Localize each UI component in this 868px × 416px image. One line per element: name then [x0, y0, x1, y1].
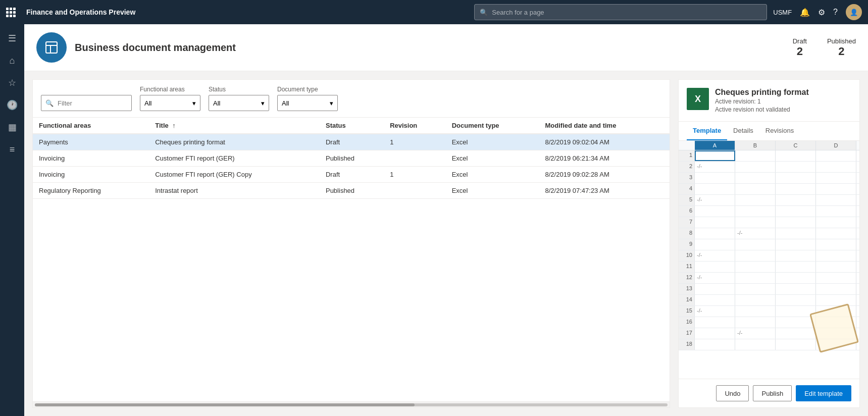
excel-cell[interactable]	[695, 206, 735, 217]
horizontal-scrollbar[interactable]	[33, 401, 670, 407]
excel-cell[interactable]	[776, 262, 816, 272]
excel-cell[interactable]	[735, 195, 776, 205]
col-modified[interactable]: Modified date and time	[539, 118, 670, 134]
excel-cell[interactable]	[776, 150, 816, 161]
excel-cell[interactable]	[776, 173, 816, 183]
excel-cell[interactable]	[695, 217, 735, 228]
excel-cell[interactable]	[776, 184, 816, 194]
table-row[interactable]: Invoicing Customer FTI report (GER) Publ…	[33, 150, 670, 167]
excel-cell[interactable]	[776, 250, 816, 261]
col-status[interactable]: Status	[320, 118, 384, 134]
excel-cell[interactable]	[816, 228, 856, 239]
sidebar-item-list[interactable]: ≡	[2, 139, 22, 160]
sidebar-item-home[interactable]: ⌂	[2, 50, 22, 71]
excel-cell[interactable]	[816, 184, 856, 194]
excel-cell[interactable]	[776, 228, 816, 239]
excel-cell[interactable]	[695, 284, 735, 294]
excel-cell[interactable]	[776, 317, 816, 328]
excel-cell[interactable]	[776, 295, 816, 305]
excel-cell[interactable]	[776, 273, 816, 283]
excel-cell[interactable]	[735, 173, 776, 183]
excel-cell[interactable]	[776, 206, 816, 217]
tab-revisions[interactable]: Revisions	[759, 122, 800, 140]
status-select[interactable]: All ▾	[209, 95, 269, 111]
excel-cell[interactable]	[735, 239, 776, 250]
search-bar[interactable]: 🔍	[474, 4, 767, 20]
excel-cell[interactable]	[816, 273, 856, 283]
excel-cell[interactable]	[695, 239, 735, 250]
excel-cell[interactable]	[735, 273, 776, 283]
filter-search-input[interactable]	[45, 99, 127, 107]
excel-cell[interactable]: -/-	[695, 273, 735, 283]
sidebar-item-favorites[interactable]: ☆	[2, 73, 22, 93]
excel-cell[interactable]	[735, 217, 776, 228]
excel-cell[interactable]	[776, 239, 816, 250]
excel-cell[interactable]	[816, 250, 856, 261]
excel-cell[interactable]	[776, 162, 816, 172]
col-title[interactable]: Title ↑	[149, 118, 320, 134]
excel-cell[interactable]	[816, 217, 856, 228]
publish-button[interactable]: Publish	[753, 385, 792, 401]
sidebar-item-recent[interactable]: 🕐	[2, 95, 22, 115]
scrollbar-thumb[interactable]	[35, 403, 415, 406]
excel-cell[interactable]	[816, 150, 856, 161]
excel-cell[interactable]	[735, 339, 776, 350]
doctype-select[interactable]: All ▾	[277, 95, 338, 111]
excel-cell[interactable]	[816, 262, 856, 272]
excel-cell[interactable]	[816, 206, 856, 217]
excel-cell[interactable]	[776, 328, 816, 339]
excel-cell[interactable]	[735, 184, 776, 194]
tab-details[interactable]: Details	[727, 122, 759, 140]
excel-cell[interactable]	[735, 317, 776, 328]
excel-cell[interactable]	[735, 250, 776, 261]
tab-template[interactable]: Template	[687, 122, 727, 140]
excel-cell[interactable]	[735, 162, 776, 172]
excel-cell[interactable]	[816, 284, 856, 294]
excel-cell[interactable]: -/-	[735, 328, 776, 339]
filter-search-wrapper[interactable]: 🔍	[41, 95, 132, 111]
grid-icon[interactable]	[6, 8, 16, 17]
search-input[interactable]	[492, 9, 761, 16]
sidebar-item-tables[interactable]: ▦	[2, 117, 22, 137]
avatar[interactable]: 👤	[846, 4, 862, 20]
excel-cell[interactable]: -/-	[695, 162, 735, 172]
excel-cell[interactable]	[776, 339, 816, 350]
table-row[interactable]: Payments Cheques printing format Draft 1…	[33, 134, 670, 150]
notification-icon[interactable]: 🔔	[800, 8, 810, 17]
excel-cell[interactable]	[776, 217, 816, 228]
col-functional-areas[interactable]: Functional areas	[33, 118, 149, 134]
excel-cell[interactable]	[776, 284, 816, 294]
excel-cell[interactable]	[695, 295, 735, 305]
excel-cell[interactable]	[816, 195, 856, 205]
excel-cell[interactable]	[816, 239, 856, 250]
excel-cell[interactable]	[695, 228, 735, 239]
excel-cell[interactable]: -/-	[695, 195, 735, 205]
excel-cell[interactable]: -/-	[735, 228, 776, 239]
table-row[interactable]: Regulatory Reporting Intrastat report Pu…	[33, 183, 670, 199]
excel-cell[interactable]	[695, 173, 735, 183]
col-doc-type[interactable]: Document type	[446, 118, 539, 134]
excel-cell[interactable]	[735, 262, 776, 272]
settings-icon[interactable]: ⚙	[818, 8, 825, 17]
sidebar-item-menu[interactable]: ☰	[2, 28, 22, 48]
excel-cell[interactable]	[776, 195, 816, 205]
excel-cell[interactable]	[735, 306, 776, 317]
excel-cell[interactable]	[735, 206, 776, 217]
edit-template-button[interactable]: Edit template	[796, 385, 851, 401]
col-revision[interactable]: Revision	[384, 118, 446, 134]
table-row[interactable]: Invoicing Customer FTI report (GER) Copy…	[33, 167, 670, 183]
help-icon[interactable]: ?	[833, 8, 838, 17]
excel-cell[interactable]	[816, 173, 856, 183]
excel-cell[interactable]	[695, 317, 735, 328]
undo-button[interactable]: Undo	[716, 385, 749, 401]
excel-cell[interactable]	[695, 184, 735, 194]
excel-cell[interactable]	[735, 295, 776, 305]
excel-cell[interactable]	[735, 284, 776, 294]
excel-cell[interactable]	[695, 150, 735, 161]
excel-cell[interactable]	[816, 162, 856, 172]
excel-cell[interactable]	[735, 150, 776, 161]
excel-cell[interactable]	[695, 339, 735, 350]
excel-cell[interactable]	[695, 262, 735, 272]
excel-cell[interactable]: -/-	[695, 306, 735, 317]
functional-areas-select[interactable]: All ▾	[140, 95, 200, 111]
